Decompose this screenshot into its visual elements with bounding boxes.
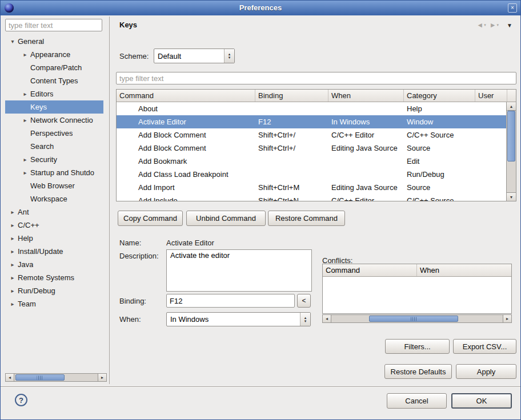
- table-row-selected[interactable]: Activate EditorF12In WindowsWindow: [117, 115, 506, 128]
- conflicts-hscrollbar[interactable]: ◂ ▸: [322, 314, 512, 323]
- expander-right-icon[interactable]: ▸: [7, 235, 18, 241]
- sidebar-hscrollbar[interactable]: ◂ ▸: [5, 373, 107, 382]
- combo-stepper-icon[interactable]: ▴▾: [300, 313, 310, 326]
- titlebar[interactable]: Preferences ×: [1, 1, 520, 15]
- conflicts-column-when[interactable]: When: [417, 264, 511, 276]
- table-row[interactable]: Add Block CommentShift+Ctrl+/Editing Jav…: [117, 142, 506, 155]
- when-select[interactable]: In Windows ▴▾: [166, 312, 311, 326]
- expander-right-icon[interactable]: ▸: [7, 288, 18, 294]
- scroll-right-icon[interactable]: ▸: [98, 374, 106, 381]
- sidebar-item-network-connections[interactable]: ▸Network Connectio: [5, 114, 103, 127]
- sidebar-item-run-debug[interactable]: ▸Run/Debug: [5, 284, 103, 297]
- column-header-when[interactable]: When: [328, 90, 404, 102]
- scrollbar-thumb[interactable]: [369, 316, 458, 322]
- sidebar-item-label: Install/Update: [18, 247, 63, 256]
- forward-button[interactable]: ►▾: [490, 21, 499, 29]
- scrollbar-thumb[interactable]: [507, 111, 515, 161]
- column-header-category[interactable]: Category: [404, 90, 475, 102]
- scrollbar-thumb[interactable]: [15, 374, 65, 381]
- expander-right-icon[interactable]: ▸: [20, 51, 30, 58]
- scroll-left-icon[interactable]: ◂: [323, 315, 331, 322]
- sidebar-item-general[interactable]: ▾General: [5, 35, 103, 48]
- restore-command-button[interactable]: Restore Command: [268, 211, 345, 226]
- preferences-window: Preferences × ▾General ▸Appearance Compa…: [0, 0, 521, 420]
- sash-divider[interactable]: [109, 17, 110, 384]
- scrollbar-trough[interactable]: [14, 374, 98, 381]
- sidebar-item-c-cpp[interactable]: ▸C/C++: [5, 219, 103, 232]
- expander-right-icon[interactable]: ▸: [20, 169, 30, 176]
- expander-right-icon[interactable]: ▸: [7, 209, 18, 215]
- ok-button[interactable]: OK: [451, 393, 512, 409]
- sidebar-item-ant[interactable]: ▸Ant: [5, 205, 103, 219]
- sidebar-item-web-browser[interactable]: Web Browser: [5, 179, 103, 192]
- sidebar-item-help[interactable]: ▸Help: [5, 232, 103, 245]
- expander-right-icon[interactable]: ▸: [20, 117, 30, 123]
- expander-right-icon[interactable]: ▸: [20, 156, 30, 163]
- expander-right-icon[interactable]: ▸: [7, 261, 18, 268]
- filters-button[interactable]: Filters...: [385, 339, 450, 354]
- expander-right-icon[interactable]: ▸: [7, 301, 18, 307]
- table-row[interactable]: Add Class Load BreakpointRun/Debug: [117, 168, 506, 181]
- back-button[interactable]: ◄▾: [476, 21, 486, 29]
- sidebar-item-startup-and-shutdown[interactable]: ▸Startup and Shutdo: [5, 166, 103, 179]
- scheme-label: Scheme:: [119, 52, 149, 60]
- help-button[interactable]: ?: [15, 394, 27, 406]
- sidebar-item-content-types[interactable]: Content Types: [5, 74, 103, 87]
- expander-down-icon[interactable]: ▾: [7, 38, 18, 45]
- scroll-right-icon[interactable]: ▸: [503, 315, 511, 322]
- sidebar-item-remote-systems[interactable]: ▸Remote Systems: [5, 271, 103, 284]
- sidebar-item-java[interactable]: ▸Java: [5, 258, 103, 271]
- sidebar-item-label: Editors: [30, 90, 53, 98]
- sidebar-item-security[interactable]: ▸Security: [5, 153, 103, 166]
- expander-right-icon[interactable]: ▸: [7, 274, 18, 281]
- scrollbar-trough[interactable]: [331, 315, 503, 322]
- cell-binding: Shift+Ctrl+M: [255, 183, 328, 192]
- chevron-down-icon: ▾: [497, 23, 499, 27]
- unbind-command-button[interactable]: Unbind Command: [186, 211, 266, 226]
- sidebar-item-compare-patch[interactable]: Compare/Patch: [5, 61, 103, 74]
- scheme-select[interactable]: Default ▴▾: [154, 49, 235, 63]
- table-row[interactable]: Add BookmarkEdit: [117, 155, 506, 168]
- restore-defaults-button[interactable]: Restore Defaults: [384, 364, 452, 379]
- description-textarea[interactable]: Activate the editor: [166, 249, 312, 292]
- expander-right-icon[interactable]: ▸: [7, 248, 18, 255]
- sidebar-item-keys[interactable]: Keys: [5, 100, 103, 114]
- scroll-up-icon[interactable]: ▴: [507, 102, 516, 111]
- tree-filter-input[interactable]: [5, 19, 102, 31]
- sidebar-item-editors[interactable]: ▸Editors: [5, 87, 103, 100]
- sidebar-item-perspectives[interactable]: Perspectives: [5, 127, 103, 140]
- apply-button[interactable]: Apply: [456, 364, 516, 379]
- table-row[interactable]: AboutHelp: [117, 102, 506, 115]
- column-header-user[interactable]: User: [475, 90, 507, 102]
- cancel-button[interactable]: Cancel: [387, 393, 447, 409]
- expander-right-icon[interactable]: ▸: [20, 91, 30, 97]
- binding-input[interactable]: [166, 294, 295, 308]
- scrollbar-trough[interactable]: [507, 111, 516, 192]
- sidebar-item-label: Run/Debug: [18, 286, 55, 295]
- binding-capture-button[interactable]: <: [297, 294, 311, 308]
- name-label: Name:: [119, 239, 141, 247]
- command-filter-input[interactable]: [116, 72, 516, 84]
- scroll-down-icon[interactable]: ▾: [507, 192, 516, 201]
- combo-stepper-icon[interactable]: ▴▾: [224, 49, 234, 63]
- table-row[interactable]: Add Block CommentShift+Ctrl+/C/C++ Edito…: [117, 128, 506, 142]
- copy-command-button[interactable]: Copy Command: [118, 211, 183, 226]
- table-row[interactable]: Add ImportShift+Ctrl+MEditing Java Sourc…: [117, 181, 506, 194]
- conflicts-column-command[interactable]: Command: [323, 264, 417, 276]
- table-row[interactable]: Add IncludeShift+Ctrl+NC/C++ EditorC/C++…: [117, 194, 506, 201]
- column-header-command[interactable]: Command: [117, 90, 255, 102]
- sidebar-item-team[interactable]: ▸Team: [5, 297, 103, 310]
- column-header-binding[interactable]: Binding: [255, 90, 328, 102]
- export-csv-button[interactable]: Export CSV...: [453, 339, 516, 354]
- sidebar-item-label: Java: [18, 260, 33, 269]
- expander-right-icon[interactable]: ▸: [7, 222, 18, 228]
- view-menu-icon[interactable]: ▼: [507, 22, 512, 29]
- sidebar-item-workspace[interactable]: Workspace: [5, 192, 103, 205]
- cell-binding: Shift+Ctrl+N: [255, 196, 328, 201]
- table-vscrollbar[interactable]: ▴ ▾: [506, 102, 516, 201]
- scroll-left-icon[interactable]: ◂: [6, 374, 14, 381]
- close-icon[interactable]: ×: [508, 3, 517, 13]
- sidebar-item-search[interactable]: Search: [5, 140, 103, 153]
- sidebar-item-appearance[interactable]: ▸Appearance: [5, 48, 103, 61]
- sidebar-item-install-update[interactable]: ▸Install/Update: [5, 245, 103, 258]
